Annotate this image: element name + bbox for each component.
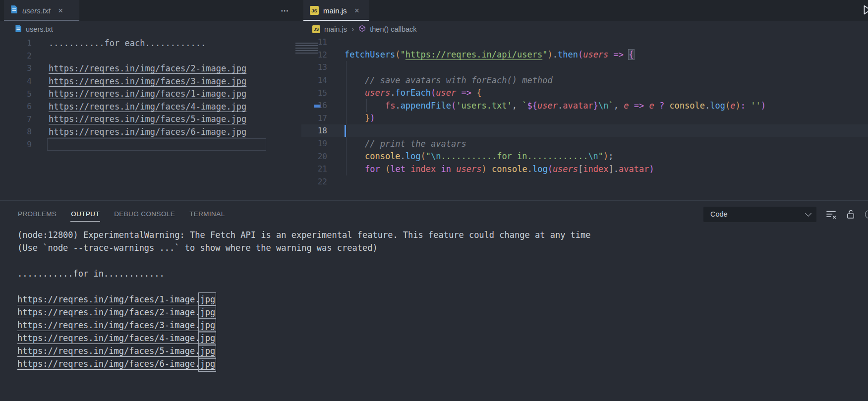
code-token: : — [741, 101, 746, 111]
output-line: https://reqres.in/img/faces/1-image.jpg — [0, 293, 868, 306]
output-channel-value: Code — [710, 210, 728, 218]
code-token: log — [710, 101, 725, 111]
code-line: 5https://reqres.in/img/faces/1-image.jpg — [0, 87, 301, 100]
indent-guide — [346, 137, 347, 150]
code-token: . — [395, 101, 400, 111]
url-link[interactable]: https://reqres.in/api/users — [405, 50, 542, 59]
url-link[interactable]: https://reqres.in/img/faces/5-image.jpg — [49, 114, 246, 124]
output-channel-select[interactable]: Code — [703, 207, 816, 222]
boxed-selection: jpg — [200, 320, 215, 330]
code-token: ( — [395, 50, 400, 59]
output-url-link[interactable]: https://reqres.in/img/faces/3-image.jpg — [17, 320, 215, 330]
output-url-link[interactable]: https://reqres.in/img/faces/4-image.jpg — [17, 333, 215, 343]
code-token: \n — [598, 101, 608, 111]
output-line — [0, 254, 868, 267]
code-token: console — [492, 164, 527, 174]
url-link[interactable]: https://reqres.in/img/faces/4-image.jpg — [49, 102, 246, 112]
clear-output-icon[interactable] — [826, 209, 836, 220]
code-token: . — [553, 50, 558, 59]
code-token: user — [436, 88, 456, 98]
panel-tab-terminal[interactable]: TERMINAL — [189, 207, 225, 222]
code-token: [ — [578, 164, 583, 174]
output-url-link[interactable]: https://reqres.in/img/faces/1-image.jpg — [17, 294, 215, 304]
url-link[interactable]: https://reqres.in/img/faces/2-image.jpg — [49, 63, 246, 73]
output-line: (Use `node --trace-warnings ...` to show… — [0, 241, 868, 254]
js-file-icon: JS — [310, 6, 319, 15]
panel-tab-output[interactable]: OUTPUT — [70, 207, 100, 222]
code-line: 9 — [0, 138, 301, 151]
partial-circle-icon[interactable] — [865, 210, 868, 219]
code-token: . — [558, 101, 563, 111]
line-number: 2 — [0, 51, 32, 60]
code-line: 15 users.forEach(user => { — [301, 86, 868, 99]
code-token — [380, 164, 385, 174]
code-token: log — [532, 164, 548, 174]
unlock-icon[interactable] — [846, 209, 856, 220]
indent-guide — [346, 99, 347, 112]
close-icon[interactable]: ✕ — [58, 7, 63, 14]
tab-users-txt[interactable]: users.txt ✕ — [4, 0, 79, 21]
line-content: // save avatars with forEach() method — [345, 75, 553, 85]
breadcrumb-file[interactable]: users.txt — [26, 25, 53, 33]
more-actions-icon[interactable]: ⋯ — [281, 0, 289, 21]
code-token: ) — [736, 101, 741, 111]
boxed-selection: jpg — [200, 294, 215, 304]
line-content: for (let index in users) console.log(use… — [345, 164, 654, 174]
line-content: users.forEach(user => { — [345, 88, 481, 98]
code-token: appendFile — [401, 101, 451, 111]
bottom-panel: PROBLEMSOUTPUTDEBUG CONSOLETERMINAL Code… — [0, 200, 868, 401]
code-token: ( — [431, 88, 436, 98]
right-tabbar: JS main.js ✕ — [301, 0, 868, 21]
line-number: 5 — [0, 89, 32, 99]
breadcrumb-file[interactable]: main.js — [324, 25, 347, 33]
boxed-selection: jpg — [200, 307, 215, 317]
line-number: 17 — [301, 114, 327, 123]
code-token: => — [614, 50, 624, 59]
url-link[interactable]: https://reqres.in/img/faces/3-image.jpg — [49, 76, 246, 86]
panel-tab-problems[interactable]: PROBLEMS — [17, 207, 57, 222]
panel-tabs: PROBLEMSOUTPUTDEBUG CONSOLETERMINAL — [17, 207, 226, 222]
code-token: ] — [609, 164, 614, 174]
code-token: then — [558, 50, 578, 59]
code-token: , — [512, 101, 522, 111]
code-token: fs — [385, 101, 395, 111]
tab-label: main.js — [323, 6, 347, 15]
code-token — [746, 101, 751, 111]
output-url-link[interactable]: https://reqres.in/img/faces/5-image.jpg — [17, 346, 215, 356]
code-token: ( — [451, 101, 456, 111]
code-token: in — [441, 164, 451, 174]
output-url-link[interactable]: https://reqres.in/img/faces/2-image.jpg — [17, 307, 215, 317]
symbol-cube-icon — [358, 25, 366, 34]
text-file-icon — [10, 5, 18, 15]
output-console: (node:12800) ExperimentalWarning: The Fe… — [0, 229, 868, 401]
code-token — [629, 101, 634, 111]
run-icon[interactable] — [862, 4, 868, 17]
line-number: 12 — [301, 50, 327, 59]
close-icon[interactable]: ✕ — [354, 7, 360, 14]
code-token: ) — [649, 164, 654, 174]
code-token: ) — [547, 50, 552, 59]
url-link[interactable]: https://reqres.in/img/faces/6-image.jpg — [49, 127, 246, 137]
line-content: ...........for each............ — [49, 38, 206, 48]
line-number: 7 — [0, 115, 32, 124]
code-token — [654, 101, 659, 111]
breadcrumb: JS main.js › then() callback — [312, 21, 417, 37]
code-line: 3https://reqres.in/img/faces/2-image.jpg — [0, 62, 301, 75]
code-token: { — [476, 88, 481, 98]
output-line: https://reqres.in/img/faces/4-image.jpg — [0, 332, 868, 344]
line-number: 11 — [301, 37, 327, 47]
code-token: ) — [603, 151, 608, 161]
code-token: ) — [370, 113, 375, 123]
code-token: ` — [522, 101, 527, 111]
panel-tab-debug-console[interactable]: DEBUG CONSOLE — [114, 207, 175, 222]
panel-header: PROBLEMSOUTPUTDEBUG CONSOLETERMINAL Code — [0, 201, 868, 228]
code-line: 13 — [301, 61, 868, 74]
url-link[interactable]: https://reqres.in/img/faces/1-image.jpg — [49, 89, 246, 99]
code-line: 6https://reqres.in/img/faces/4-image.jpg — [0, 100, 301, 113]
tab-main-js[interactable]: JS main.js ✕ — [303, 0, 369, 21]
code-token: '' — [751, 101, 760, 111]
breadcrumb-symbol[interactable]: then() callback — [370, 25, 416, 33]
output-url-link[interactable]: https://reqres.in/img/faces/6-image.jpg — [17, 359, 215, 369]
line-number: 14 — [301, 75, 327, 85]
line-number: 21 — [301, 164, 327, 173]
